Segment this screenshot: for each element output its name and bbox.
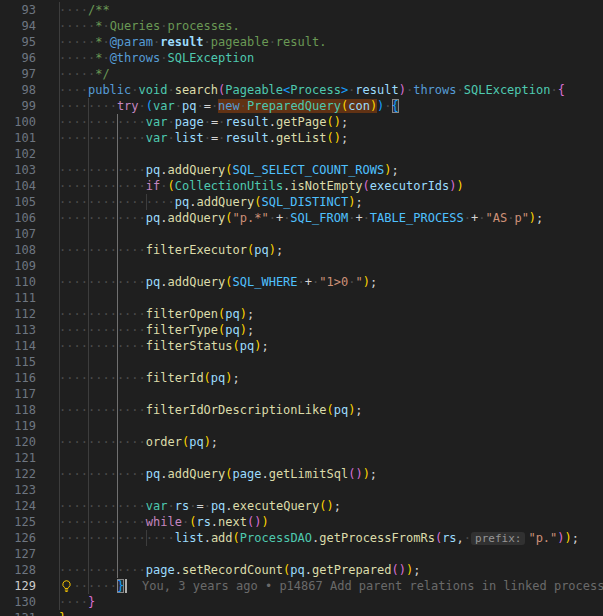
code-editor[interactable]: 93····/**94·····*·Queries·processes.95··… xyxy=(0,0,603,616)
line-number[interactable]: 124 xyxy=(0,498,59,514)
code-line[interactable]: 130····} xyxy=(0,594,603,610)
code-line[interactable]: 104············if·(CollectionUtils.isNot… xyxy=(0,178,603,194)
line-content[interactable] xyxy=(59,386,603,402)
line-number[interactable]: 102 xyxy=(0,146,59,162)
line-number[interactable]: 93 xyxy=(0,2,59,18)
line-content[interactable]: ················pq.addQuery(SQL_DISTINCT… xyxy=(59,194,603,210)
line-number[interactable]: 112 xyxy=(0,306,59,322)
line-number[interactable]: 122 xyxy=(0,466,59,482)
line-number[interactable]: 123 xyxy=(0,482,59,498)
line-number[interactable]: 116 xyxy=(0,370,59,386)
code-line[interactable]: 109 xyxy=(0,258,603,274)
code-line[interactable]: 102 xyxy=(0,146,603,162)
line-number[interactable]: 117 xyxy=(0,386,59,402)
code-line[interactable]: 126················list.add(ProcessDAO.g… xyxy=(0,530,603,546)
line-content[interactable] xyxy=(59,450,603,466)
line-number[interactable]: 107 xyxy=(0,226,59,242)
line-content[interactable]: ····/** xyxy=(59,2,603,18)
line-number[interactable]: 105 xyxy=(0,194,59,210)
code-line[interactable]: 96·····*·@throws·SQLException xyxy=(0,50,603,66)
line-number[interactable]: 100 xyxy=(0,114,59,130)
line-number[interactable]: 103 xyxy=(0,162,59,178)
line-content[interactable]: ·····*·@param·result·pageable·result. xyxy=(59,34,603,50)
code-line[interactable]: 110············pq.addQuery(SQL_WHERE·+·"… xyxy=(0,274,603,290)
line-number[interactable]: 120 xyxy=(0,434,59,450)
code-line[interactable]: 119 xyxy=(0,418,603,434)
line-number[interactable]: 119 xyxy=(0,418,59,434)
line-number[interactable]: 113 xyxy=(0,322,59,338)
line-number[interactable]: 111 xyxy=(0,290,59,306)
line-content[interactable]: ············var·rs·=·pq.executeQuery(); xyxy=(59,498,603,514)
code-line[interactable]: 131} xyxy=(0,610,603,616)
line-content[interactable]: ············var·page·=·result.getPage(); xyxy=(59,114,603,130)
line-number[interactable]: 125 xyxy=(0,514,59,530)
line-content[interactable]: ····public·void·search(Pageable<Process>… xyxy=(59,82,603,98)
line-content[interactable] xyxy=(59,546,603,562)
line-number[interactable]: 98 xyxy=(0,82,59,98)
line-number[interactable]: 96 xyxy=(0,50,59,66)
line-content[interactable] xyxy=(59,258,603,274)
code-line[interactable]: 108············filterExecutor(pq); xyxy=(0,242,603,258)
line-number[interactable]: 99 xyxy=(0,98,59,114)
code-line[interactable]: 120············order(pq); xyxy=(0,434,603,450)
line-content[interactable]: ············filterStatus(pq); xyxy=(59,338,603,354)
code-line[interactable]: 116············filterId(pq); xyxy=(0,370,603,386)
code-line[interactable]: 114············filterStatus(pq); xyxy=(0,338,603,354)
code-line[interactable]: 100············var·page·=·result.getPage… xyxy=(0,114,603,130)
line-number[interactable]: 97 xyxy=(0,66,59,82)
line-content[interactable]: ············pq.addQuery("p.*"·+·SQL_FROM… xyxy=(59,210,603,226)
line-content[interactable]: ················list.add(ProcessDAO.getP… xyxy=(59,530,603,546)
line-number[interactable]: 95 xyxy=(0,34,59,50)
code-line[interactable]: 107 xyxy=(0,226,603,242)
line-content[interactable]: ············while·(rs.next()) xyxy=(59,514,603,530)
code-line[interactable]: 117 xyxy=(0,386,603,402)
code-line[interactable]: 113············filterType(pq); xyxy=(0,322,603,338)
line-number[interactable]: 127 xyxy=(0,546,59,562)
line-content[interactable]: ·····*·@throws·SQLException xyxy=(59,50,603,66)
line-content[interactable] xyxy=(59,290,603,306)
line-content[interactable]: ········}You, 3 years ago • p14867 Add p… xyxy=(59,578,603,594)
line-number[interactable]: 128 xyxy=(0,562,59,578)
line-content[interactable]: ············filterExecutor(pq); xyxy=(59,242,603,258)
line-content[interactable]: ············filterIdOrDescriptionLike(pq… xyxy=(59,402,603,418)
code-line[interactable]: 129········}You, 3 years ago • p14867 Ad… xyxy=(0,578,603,594)
line-content[interactable]: ············pq.addQuery(SQL_SELECT_COUNT… xyxy=(59,162,603,178)
line-content[interactable]: ············filterType(pq); xyxy=(59,322,603,338)
line-content[interactable]: ············pq.addQuery(page.getLimitSql… xyxy=(59,466,603,482)
line-content[interactable]: ············if·(CollectionUtils.isNotEmp… xyxy=(59,178,603,194)
code-line[interactable]: 128············page.setRecordCount(pq.ge… xyxy=(0,562,603,578)
code-line[interactable]: 97·····*/ xyxy=(0,66,603,82)
code-line[interactable]: 105················pq.addQuery(SQL_DISTI… xyxy=(0,194,603,210)
code-line[interactable]: 98····public·void·search(Pageable<Proces… xyxy=(0,82,603,98)
line-content[interactable]: ········try·(var·pq·=·new·PreparedQuery(… xyxy=(59,98,603,114)
line-content[interactable]: ·····*·Queries·processes. xyxy=(59,18,603,34)
code-line[interactable]: 95·····*·@param·result·pageable·result. xyxy=(0,34,603,50)
lightbulb-icon[interactable] xyxy=(60,579,74,593)
line-content[interactable]: ············filterId(pq); xyxy=(59,370,603,386)
code-line[interactable]: 123 xyxy=(0,482,603,498)
line-number[interactable]: 104 xyxy=(0,178,59,194)
line-content[interactable] xyxy=(59,354,603,370)
line-number[interactable]: 94 xyxy=(0,18,59,34)
code-line[interactable]: 127 xyxy=(0,546,603,562)
code-line[interactable]: 111 xyxy=(0,290,603,306)
code-line[interactable]: 112············filterOpen(pq); xyxy=(0,306,603,322)
line-content[interactable] xyxy=(59,226,603,242)
line-number[interactable]: 110 xyxy=(0,274,59,290)
code-line[interactable]: 125············while·(rs.next()) xyxy=(0,514,603,530)
line-content[interactable] xyxy=(59,418,603,434)
line-number[interactable]: 106 xyxy=(0,210,59,226)
line-content[interactable]: ·····*/ xyxy=(59,66,603,82)
line-content[interactable]: ············filterOpen(pq); xyxy=(59,306,603,322)
code-line[interactable]: 101············var·list·=·result.getList… xyxy=(0,130,603,146)
line-content[interactable] xyxy=(59,482,603,498)
code-line[interactable]: 106············pq.addQuery("p.*"·+·SQL_F… xyxy=(0,210,603,226)
code-line[interactable]: 118············filterIdOrDescriptionLike… xyxy=(0,402,603,418)
line-number[interactable]: 131 xyxy=(0,610,59,616)
line-number[interactable]: 101 xyxy=(0,130,59,146)
line-number[interactable]: 130 xyxy=(0,594,59,610)
line-number[interactable]: 121 xyxy=(0,450,59,466)
code-line[interactable]: 121 xyxy=(0,450,603,466)
line-number[interactable]: 108 xyxy=(0,242,59,258)
line-content[interactable]: ············page.setRecordCount(pq.getPr… xyxy=(59,562,603,578)
